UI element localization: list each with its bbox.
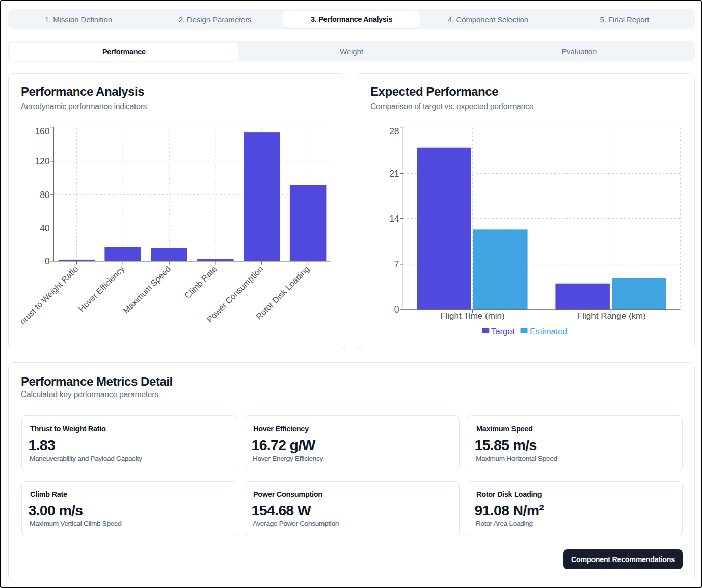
svg-text:Target: Target xyxy=(491,327,515,337)
svg-text:80: 80 xyxy=(40,190,50,200)
svg-text:7: 7 xyxy=(394,259,399,269)
svg-text:Estimated: Estimated xyxy=(530,327,568,337)
svg-text:Hover Efficiency: Hover Efficiency xyxy=(77,264,126,313)
svg-text:Flight Time (min): Flight Time (min) xyxy=(440,311,505,321)
svg-text:0: 0 xyxy=(45,256,50,266)
svg-text:21: 21 xyxy=(389,169,399,179)
svg-text:Maximum Speed: Maximum Speed xyxy=(121,264,172,315)
svg-text:Thrust to Weight Ratio: Thrust to Weight Ratio xyxy=(21,264,80,330)
svg-text:0: 0 xyxy=(394,304,399,315)
svg-text:Flight Range (km): Flight Range (km) xyxy=(577,311,646,321)
svg-text:14: 14 xyxy=(389,214,399,224)
svg-text:28: 28 xyxy=(389,126,399,136)
svg-text:120: 120 xyxy=(35,156,49,166)
svg-text:Climb Rate: Climb Rate xyxy=(183,264,219,300)
svg-text:40: 40 xyxy=(40,223,50,233)
svg-text:160: 160 xyxy=(35,126,49,136)
